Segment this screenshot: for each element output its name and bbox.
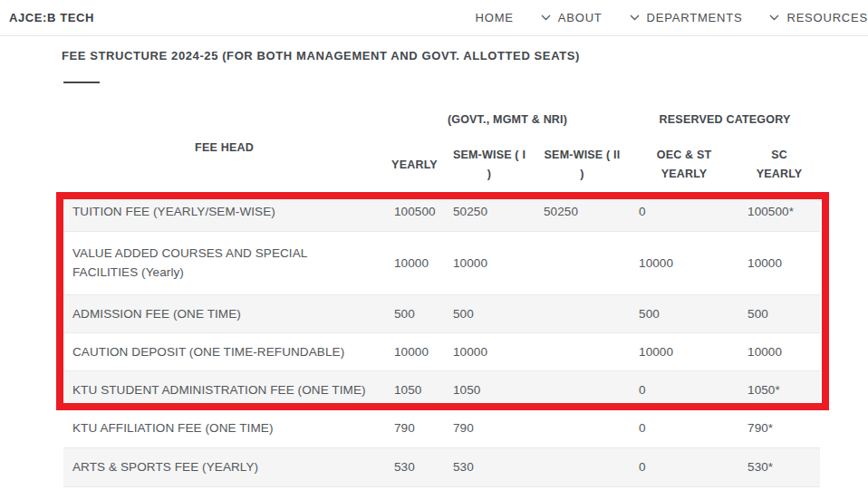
cell-sc: 500 xyxy=(738,294,820,332)
cell-sc: 100500* xyxy=(738,193,820,231)
cell-yearly: 530 xyxy=(385,447,444,486)
col-header-line: ) xyxy=(535,165,630,184)
page-title: FEE STRUCTURE 2024-25 (FOR BOTH MANAGEME… xyxy=(62,49,868,62)
table-row-ktu-student-administration-fee: KTU STUDENT ADMINISTRATION FEE (ONE TIME… xyxy=(63,370,820,408)
nav-departments-label: DEPARTMENTS xyxy=(647,11,743,24)
table-row-caution-deposit: CAUTION DEPOSIT (ONE TIME-REFUNDABLE) 10… xyxy=(63,332,820,370)
group-header-reserved-category: RESERVED CATEGORY xyxy=(630,102,820,137)
nav-item-departments[interactable]: DEPARTMENTS xyxy=(630,11,743,24)
cell-sem2 xyxy=(535,294,630,332)
table-row-tuition-fee: TUITION FEE (YEARLY/SEM-WISE) 100500 502… xyxy=(63,193,820,231)
cell-sem2: 50250 xyxy=(535,193,630,231)
cell-sem2 xyxy=(535,370,630,408)
cell-yearly: 10000 xyxy=(385,231,444,294)
table-row-admission-fee: ADMISSION FEE (ONE TIME) 500 500 500 500 xyxy=(63,294,820,332)
group-header-row: FEE HEAD (GOVT., MGMT & NRI) RESERVED CA… xyxy=(63,102,820,137)
cell-fee-head: CAUTION DEPOSIT (ONE TIME-REFUNDABLE) xyxy=(63,332,385,370)
cell-fee-head: KTU STUDENT ADMINISTRATION FEE (ONE TIME… xyxy=(63,370,385,408)
chevron-down-icon xyxy=(541,14,551,21)
fee-table-body: TUITION FEE (YEARLY/SEM-WISE) 100500 502… xyxy=(63,193,820,486)
nav-about-label: ABOUT xyxy=(558,11,603,24)
cell-fee-head: KTU AFFILIATION FEE (ONE TIME) xyxy=(63,408,385,447)
main-nav: HOME ABOUT DEPARTMENTS RESOURCES xyxy=(476,11,868,24)
table-row-ktu-affiliation-fee: KTU AFFILIATION FEE (ONE TIME) 790 790 0… xyxy=(63,408,820,447)
col-header-line: YEARLY xyxy=(385,156,444,175)
chevron-down-icon xyxy=(769,14,779,21)
cell-sc: 790* xyxy=(738,408,820,447)
nav-item-resources[interactable]: RESOURCES xyxy=(769,11,868,24)
cell-oec-st: 0 xyxy=(630,447,738,486)
cell-sem1: 1050 xyxy=(444,370,535,408)
col-header-line: YEARLY xyxy=(738,165,820,184)
cell-fee-head: ADMISSION FEE (ONE TIME) xyxy=(63,294,385,332)
fee-table: FEE HEAD (GOVT., MGMT & NRI) RESERVED CA… xyxy=(63,102,820,487)
cell-oec-st: 10000 xyxy=(630,332,738,370)
col-header-fee-head: FEE HEAD xyxy=(63,102,385,193)
page-content: FEE STRUCTURE 2024-25 (FOR BOTH MANAGEME… xyxy=(0,49,868,487)
col-header-line: ) xyxy=(444,165,535,184)
col-header-line: SEM-WISE ( II xyxy=(535,146,630,165)
nav-home-label: HOME xyxy=(476,11,514,24)
col-header-line: SEM-WISE ( I xyxy=(444,146,535,165)
cell-sem2 xyxy=(535,408,630,447)
fee-table-container: FEE HEAD (GOVT., MGMT & NRI) RESERVED CA… xyxy=(63,102,820,487)
cell-sem1: 50250 xyxy=(444,193,535,231)
cell-fee-head: TUITION FEE (YEARLY/SEM-WISE) xyxy=(63,193,385,231)
site-logo[interactable]: AJCE:B TECH xyxy=(9,11,94,24)
cell-yearly: 10000 xyxy=(385,332,444,370)
cell-fee-head: VALUE ADDED COURSES AND SPECIAL FACILITI… xyxy=(63,231,385,294)
nav-resources-label: RESOURCES xyxy=(786,11,868,24)
col-header-line: OEC & ST xyxy=(630,146,738,165)
col-header-oec-st-yearly: OEC & STYEARLY xyxy=(630,137,738,193)
col-header-yearly: YEARLY xyxy=(385,137,444,193)
cell-oec-st: 0 xyxy=(630,370,738,408)
group-header-govt-mgmt-nri: (GOVT., MGMT & NRI) xyxy=(385,102,630,137)
table-row-value-added-courses: VALUE ADDED COURSES AND SPECIAL FACILITI… xyxy=(63,231,820,294)
cell-yearly: 790 xyxy=(385,408,444,447)
cell-sc: 10000 xyxy=(738,332,820,370)
cell-sem2 xyxy=(535,332,630,370)
cell-sc: 10000 xyxy=(738,231,820,294)
cell-sem2 xyxy=(535,447,630,486)
cell-oec-st: 0 xyxy=(630,193,738,231)
cell-oec-st: 0 xyxy=(630,408,738,447)
col-header-line: SC xyxy=(738,146,820,165)
cell-yearly: 100500 xyxy=(385,193,444,231)
fee-table-header: FEE HEAD (GOVT., MGMT & NRI) RESERVED CA… xyxy=(63,102,820,193)
cell-sc: 1050* xyxy=(738,370,820,408)
col-header-sem-wise-1: SEM-WISE ( I) xyxy=(444,137,535,193)
cell-sem1: 10000 xyxy=(444,332,535,370)
col-header-sem-wise-2: SEM-WISE ( II) xyxy=(535,137,630,193)
title-underline-divider xyxy=(63,82,100,83)
cell-sem1: 530 xyxy=(444,447,535,486)
col-header-sc-yearly: SCYEARLY xyxy=(738,137,820,193)
cell-oec-st: 10000 xyxy=(630,231,738,294)
cell-fee-head: ARTS & SPORTS FEE (YEARLY) xyxy=(63,447,385,486)
cell-sem2 xyxy=(535,231,630,294)
nav-item-about[interactable]: ABOUT xyxy=(541,11,603,24)
cell-sem1: 790 xyxy=(444,408,535,447)
cell-sem1: 10000 xyxy=(444,231,535,294)
cell-yearly: 500 xyxy=(385,294,444,332)
cell-sc: 530* xyxy=(738,447,820,486)
cell-yearly: 1050 xyxy=(385,370,444,408)
cell-sem1: 500 xyxy=(444,294,535,332)
cell-oec-st: 500 xyxy=(630,294,738,332)
chevron-down-icon xyxy=(630,14,640,21)
table-row-arts-sports-fee: ARTS & SPORTS FEE (YEARLY) 530 530 0 530… xyxy=(63,447,820,486)
col-header-line: YEARLY xyxy=(630,165,738,184)
top-nav-bar: AJCE:B TECH HOME ABOUT DEPARTMENTS RESOU… xyxy=(0,0,868,36)
nav-item-home[interactable]: HOME xyxy=(476,11,514,24)
